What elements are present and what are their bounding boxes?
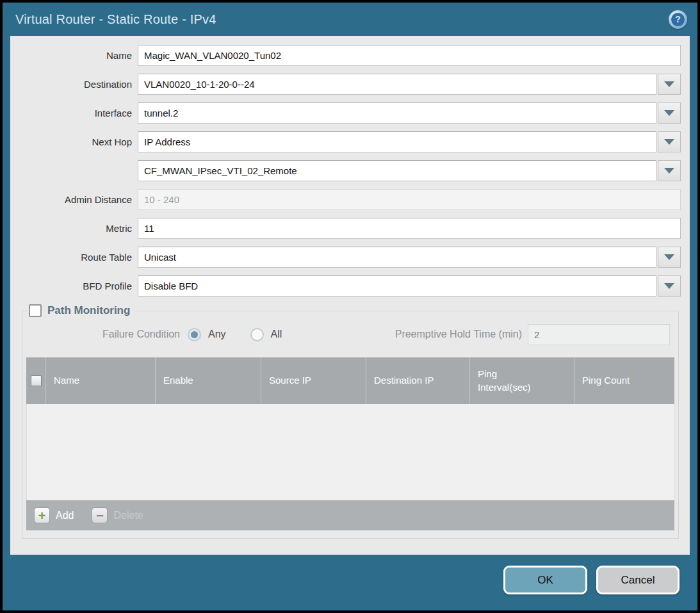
- table-body-empty: [26, 404, 674, 500]
- delete-button-label: Delete: [113, 510, 143, 521]
- next-hop-label: Next Hop: [10, 136, 138, 147]
- bfd-profile-input[interactable]: [138, 275, 656, 297]
- path-monitoring-section: Path Monitoring Failure Condition Any Al…: [22, 304, 679, 539]
- column-header-ping-count: Ping Count: [574, 357, 674, 404]
- radio-any[interactable]: [188, 328, 201, 341]
- dialog-titlebar: Virtual Router - Static Route - IPv4 ?: [3, 3, 697, 36]
- dialog-content: Name Destination Interface: [10, 36, 690, 555]
- dialog-footer: OK Cancel: [3, 555, 697, 610]
- route-table-row: Route Table: [10, 247, 681, 268]
- minus-glyph: −: [96, 509, 104, 522]
- next-hop-address-input[interactable]: [138, 160, 656, 181]
- column-header-name: Name: [45, 357, 155, 404]
- destination-label: Destination: [10, 79, 138, 90]
- add-button-label: Add: [56, 510, 74, 521]
- radio-all[interactable]: [250, 328, 264, 341]
- help-icon[interactable]: ?: [669, 10, 687, 29]
- destination-dropdown-button[interactable]: [658, 74, 681, 95]
- radio-any-label: Any: [208, 329, 226, 340]
- name-input[interactable]: [138, 45, 681, 66]
- chevron-down-icon: [664, 254, 674, 260]
- chevron-down-icon: [664, 168, 674, 174]
- next-hop-address-row: [10, 160, 681, 181]
- preemptive-hold-time-label: Preemptive Hold Time (min): [395, 329, 528, 340]
- next-hop-address-dropdown-button[interactable]: [658, 160, 681, 181]
- delete-minus-icon: −: [92, 507, 108, 523]
- destination-input[interactable]: [138, 74, 656, 95]
- add-button[interactable]: + Add: [34, 507, 74, 523]
- ok-button[interactable]: OK: [503, 566, 587, 594]
- table-header: Name Enable Source IP Destination IP Pin…: [26, 357, 674, 404]
- metric-row: Metric: [10, 218, 681, 239]
- path-monitoring-checkbox[interactable]: [29, 304, 42, 317]
- column-header-ping-interval: Ping Interval(sec): [469, 357, 574, 404]
- select-all-checkbox[interactable]: [31, 375, 42, 386]
- interface-dropdown-button[interactable]: [658, 102, 681, 124]
- add-plus-icon: +: [34, 507, 50, 523]
- name-label: Name: [10, 50, 138, 61]
- column-header-source-ip: Source IP: [261, 357, 366, 404]
- dialog-title: Virtual Router - Static Route - IPv4: [15, 12, 216, 27]
- table-toolbar: + Add − Delete: [26, 500, 674, 530]
- static-route-dialog: Virtual Router - Static Route - IPv4 ? N…: [0, 0, 700, 613]
- failure-condition-option-any: Any: [188, 328, 226, 341]
- table-header-checkbox-cell: [26, 357, 45, 404]
- next-hop-type-dropdown-button[interactable]: [658, 131, 681, 152]
- route-table-dropdown-button[interactable]: [658, 247, 681, 268]
- column-header-destination-ip: Destination IP: [366, 357, 469, 404]
- path-monitoring-legend: Path Monitoring: [28, 304, 135, 317]
- next-hop-row: Next Hop: [10, 131, 681, 152]
- chevron-down-icon: [664, 283, 674, 289]
- admin-distance-input[interactable]: [138, 189, 681, 210]
- admin-distance-label: Admin Distance: [10, 194, 138, 205]
- interface-input[interactable]: [138, 102, 656, 124]
- route-table-input[interactable]: [138, 247, 656, 268]
- failure-condition-option-all: All: [250, 328, 282, 341]
- destination-row: Destination: [10, 74, 681, 95]
- name-row: Name: [10, 45, 681, 66]
- cancel-button[interactable]: Cancel: [596, 566, 680, 594]
- path-monitoring-title: Path Monitoring: [47, 304, 130, 317]
- bfd-profile-label: BFD Profile: [10, 281, 138, 291]
- admin-distance-row: Admin Distance: [10, 189, 681, 210]
- bfd-profile-dropdown-button[interactable]: [658, 275, 681, 297]
- preemptive-hold-time-group: Preemptive Hold Time (min): [395, 324, 670, 345]
- bfd-profile-row: BFD Profile: [10, 275, 681, 297]
- plus-glyph: +: [38, 509, 46, 522]
- column-header-enable: Enable: [155, 357, 261, 404]
- help-question-glyph: ?: [671, 13, 685, 26]
- interface-label: Interface: [10, 108, 138, 119]
- chevron-down-icon: [664, 110, 674, 116]
- failure-condition-label: Failure Condition: [26, 329, 188, 340]
- path-monitoring-table: Name Enable Source IP Destination IP Pin…: [26, 357, 674, 530]
- chevron-down-icon: [664, 139, 674, 145]
- next-hop-type-input[interactable]: [138, 131, 656, 152]
- metric-label: Metric: [10, 223, 138, 234]
- chevron-down-icon: [664, 81, 674, 87]
- route-table-label: Route Table: [10, 252, 138, 263]
- delete-button: − Delete: [92, 507, 143, 523]
- interface-row: Interface: [10, 102, 681, 124]
- radio-all-label: All: [271, 329, 282, 340]
- metric-input[interactable]: [138, 218, 681, 239]
- preemptive-hold-time-input: [528, 324, 670, 345]
- failure-condition-row: Failure Condition Any All Preemptive Hol…: [26, 323, 674, 345]
